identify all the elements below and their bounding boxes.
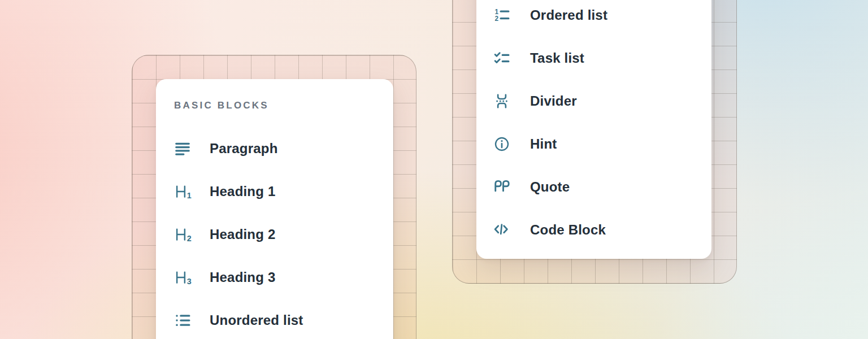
heading-2-icon: 2	[174, 226, 210, 243]
hint-icon	[493, 136, 530, 153]
editor-block-menus-illustration: BASIC BLOCKS Paragraph 1 Heading 1	[0, 0, 868, 339]
menu-item-label: Heading 3	[210, 270, 276, 285]
menu-item-label: Paragraph	[210, 141, 278, 157]
svg-text:1: 1	[187, 191, 192, 200]
basic-blocks-list: Paragraph 1 Heading 1 2	[174, 127, 375, 339]
menu-item-quote[interactable]: Quote	[493, 166, 695, 208]
menu-item-task-list[interactable]: Task list	[493, 37, 695, 80]
menu-item-label: Task list	[530, 50, 584, 66]
more-blocks-list: 1 2 Ordered list Task list	[493, 0, 695, 251]
menu-item-paragraph[interactable]: Paragraph	[174, 127, 375, 170]
heading-1-icon: 1	[174, 183, 210, 200]
heading-3-icon: 3	[174, 269, 210, 286]
paragraph-icon	[174, 140, 210, 157]
svg-text:2: 2	[495, 15, 499, 23]
menu-item-label: Quote	[530, 179, 570, 195]
menu-item-label: Unordered list	[210, 312, 303, 328]
ordered-list-icon: 1 2	[493, 7, 530, 24]
task-list-icon	[493, 50, 530, 67]
svg-text:2: 2	[187, 234, 192, 243]
more-blocks-menu: 1 2 Ordered list Task list	[476, 0, 711, 259]
quote-icon	[493, 179, 530, 195]
unordered-list-icon	[174, 312, 210, 329]
menu-item-heading-3[interactable]: 3 Heading 3	[174, 256, 375, 299]
code-block-icon	[493, 221, 530, 238]
menu-item-hint[interactable]: Hint	[493, 123, 695, 166]
svg-text:3: 3	[187, 277, 192, 286]
menu-item-label: Code Block	[530, 222, 606, 238]
menu-item-ordered-list[interactable]: 1 2 Ordered list	[493, 0, 695, 37]
menu-item-unordered-list[interactable]: Unordered list	[174, 299, 375, 339]
menu-item-code-block[interactable]: Code Block	[493, 208, 695, 251]
menu-item-heading-2[interactable]: 2 Heading 2	[174, 213, 375, 256]
menu-item-label: Heading 1	[210, 184, 276, 199]
divider-icon	[493, 93, 530, 110]
menu-item-heading-1[interactable]: 1 Heading 1	[174, 170, 375, 213]
menu-item-divider[interactable]: Divider	[493, 80, 695, 123]
menu-item-label: Divider	[530, 93, 577, 109]
basic-blocks-menu: BASIC BLOCKS Paragraph 1 Heading 1	[156, 79, 393, 339]
menu-item-label: Heading 2	[210, 227, 276, 242]
menu-item-label: Hint	[530, 136, 557, 152]
section-label-basic-blocks: BASIC BLOCKS	[174, 79, 375, 111]
menu-item-label: Ordered list	[530, 7, 607, 23]
